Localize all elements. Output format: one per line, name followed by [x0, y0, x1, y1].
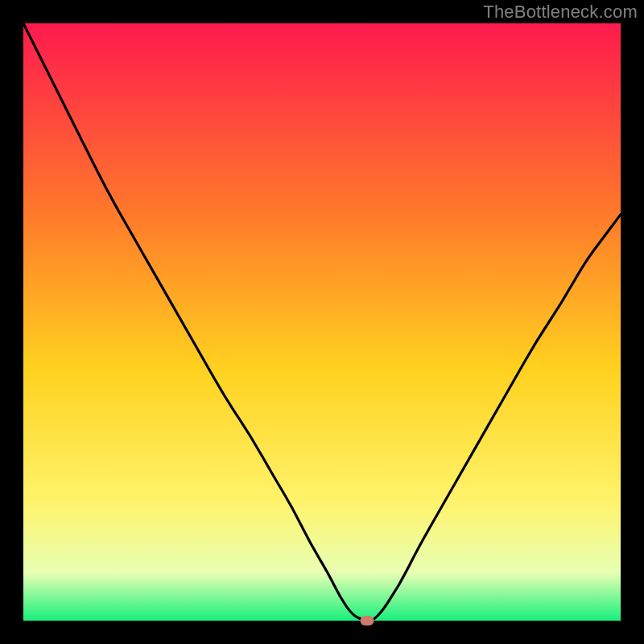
watermark-text: TheBottleneck.com — [483, 2, 638, 23]
marker-dot — [360, 616, 374, 625]
gradient-background — [23, 23, 621, 621]
chart-plot-area — [23, 23, 621, 621]
chart-container: TheBottleneck.com — [0, 0, 644, 644]
